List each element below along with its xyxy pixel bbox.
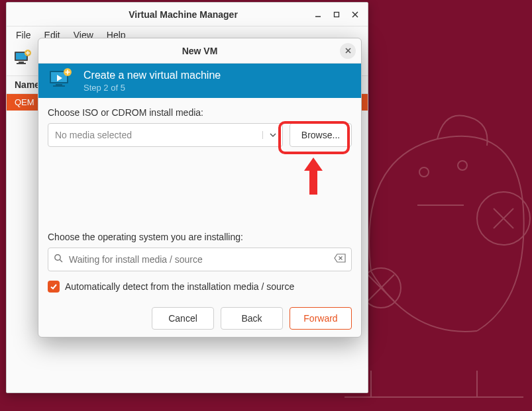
wizard-step-label: Step 2 of 5 <box>83 83 221 93</box>
column-name[interactable]: Name <box>15 79 40 90</box>
main-window-title: Virtual Machine Manager <box>56 9 311 20</box>
new-vm-icon[interactable] <box>13 50 33 69</box>
menu-file[interactable]: File <box>11 28 36 42</box>
search-icon <box>54 253 64 266</box>
wizard-banner-title: Create a new virtual machine <box>83 69 221 81</box>
chevron-down-icon[interactable] <box>262 131 282 139</box>
new-vm-dialog: New VM Create a new virtual machine Step… <box>38 38 362 338</box>
svg-point-1 <box>419 167 429 177</box>
browse-button[interactable]: Browse... <box>290 123 352 147</box>
autodetect-checkbox[interactable] <box>48 281 60 293</box>
forward-button[interactable]: Forward <box>290 307 352 330</box>
svg-line-23 <box>60 259 62 262</box>
svg-point-22 <box>55 254 60 259</box>
minimize-button[interactable] <box>311 7 325 22</box>
os-search-input[interactable] <box>69 254 329 265</box>
svg-rect-11 <box>19 62 24 63</box>
maximize-button[interactable] <box>329 7 344 22</box>
media-combo-value: No media selected <box>48 130 262 140</box>
wizard-banner-icon <box>48 68 74 93</box>
back-button[interactable]: Back <box>221 307 283 330</box>
clear-input-icon[interactable] <box>334 253 346 265</box>
cancel-button[interactable]: Cancel <box>152 307 214 330</box>
autodetect-label: Automatically detect from the installati… <box>65 281 294 292</box>
svg-rect-12 <box>17 63 26 64</box>
vm-row-label: QEM <box>15 97 34 107</box>
svg-point-3 <box>477 192 530 245</box>
os-search-field[interactable] <box>48 248 352 271</box>
dialog-title: New VM <box>60 46 340 56</box>
svg-rect-6 <box>335 12 339 17</box>
svg-rect-20 <box>53 85 65 87</box>
svg-point-2 <box>458 161 467 170</box>
svg-rect-19 <box>56 84 62 85</box>
close-button[interactable] <box>348 7 362 22</box>
os-label: Choose the operating system you are inst… <box>48 232 352 242</box>
wizard-banner: Create a new virtual machine Step 2 of 5 <box>38 64 361 98</box>
media-combo[interactable]: No media selected <box>48 123 283 147</box>
media-label: Choose ISO or CDROM install media: <box>48 107 352 118</box>
dialog-titlebar: New VM <box>38 38 361 64</box>
main-titlebar: Virtual Machine Manager <box>7 3 368 26</box>
dialog-close-button[interactable] <box>340 43 356 59</box>
